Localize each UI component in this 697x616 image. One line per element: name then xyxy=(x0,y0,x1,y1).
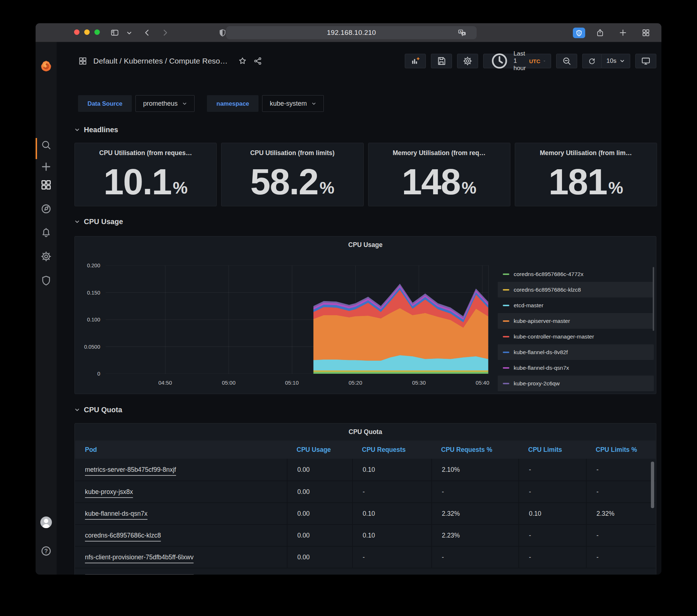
x-axis-tick: 05:20 xyxy=(339,380,372,386)
cell-cpu-requests-pct: 2.32% xyxy=(431,503,518,524)
x-axis-tick: 05:10 xyxy=(276,380,308,386)
add-panel-button[interactable] xyxy=(405,54,426,68)
cell-cpu-requests-pct: - xyxy=(431,547,518,568)
legend-item[interactable]: kube-flannel-ds-qsn7x xyxy=(498,360,654,376)
translate-icon[interactable]: A xyxy=(458,28,466,37)
back-icon[interactable] xyxy=(143,28,151,37)
stat-title[interactable]: CPU Utilisation (from reques… xyxy=(75,149,216,157)
legend-item[interactable]: kube-proxy-2c6qw xyxy=(498,376,654,391)
forward-icon[interactable] xyxy=(161,28,170,37)
alerting-bell-icon[interactable] xyxy=(40,227,52,239)
pod-link[interactable]: kube-flannel-ds-qsn7x xyxy=(85,510,147,518)
address-bar[interactable]: 192.168.10.210 A xyxy=(226,26,477,39)
explore-compass-icon[interactable] xyxy=(40,203,52,215)
cpu-usage-plot[interactable] xyxy=(106,266,489,374)
y-axis-tick: 0.150 xyxy=(75,289,100,296)
admin-shield-icon[interactable] xyxy=(40,275,52,286)
section-cpu-usage[interactable]: CPU Usage xyxy=(74,215,123,228)
avatar[interactable] xyxy=(40,516,52,528)
stat-title[interactable]: Memory Utilisation (from req… xyxy=(368,149,510,157)
column-header-cpu-limits[interactable]: CPU Limits xyxy=(518,446,586,454)
dashboard-settings-button[interactable] xyxy=(457,54,478,68)
section-headlines[interactable]: Headlines xyxy=(74,123,118,136)
minimize-window-button[interactable] xyxy=(84,29,90,35)
chart-legend: coredns-6c8957686c-4772x coredns-6c89576… xyxy=(498,266,654,391)
time-range-label: Last 1 hour xyxy=(513,50,526,72)
pod-link[interactable]: nfs-client-provisioner-75dfb4b5ff-6lxwv xyxy=(85,554,193,561)
x-axis-tick: 05:00 xyxy=(212,380,245,386)
stat-title[interactable]: CPU Utilisation (from limits) xyxy=(221,149,363,157)
dashboards-grid-icon[interactable] xyxy=(40,179,52,191)
privacy-shield-icon[interactable] xyxy=(218,28,227,37)
cell-cpu-requests: 0.10 xyxy=(352,459,431,481)
close-window-button[interactable] xyxy=(74,29,80,35)
legend-label: coredns-6c8957686c-4772x xyxy=(514,271,583,277)
zoom-out-button[interactable] xyxy=(556,54,577,68)
legend-swatch xyxy=(503,305,509,306)
x-axis-tick: 05:40 xyxy=(466,380,499,386)
time-picker-button[interactable]: Last 1 hour UTC xyxy=(483,54,551,68)
pod-link[interactable]: coredns-6c8957686c-klzc8 xyxy=(85,532,161,539)
stat-panel-mem-requests: Memory Utilisation (from req… 148% xyxy=(368,143,510,206)
legend-scrollbar[interactable] xyxy=(653,267,654,331)
panel-title[interactable]: CPU Quota xyxy=(75,428,656,436)
apps-grid-icon[interactable] xyxy=(78,56,87,66)
pod-link[interactable]: kube-proxy-jsx8x xyxy=(85,488,133,496)
grafana-logo-icon[interactable] xyxy=(40,60,53,73)
dashboard-title[interactable]: Default / Kubernetes / Compute Reso… xyxy=(93,57,228,65)
cycle-view-button[interactable] xyxy=(635,54,656,68)
create-plus-icon[interactable] xyxy=(40,161,52,173)
table-row: nfs-client-provisioner-75dfb4b5ff-6lxwv … xyxy=(75,546,656,568)
tab-overview-grid-icon[interactable] xyxy=(641,28,650,37)
legend-label: kube-apiserver-master xyxy=(514,318,570,324)
cell-cpu-usage: 0.00 xyxy=(287,547,352,568)
settings-gear-icon[interactable] xyxy=(40,251,52,262)
x-axis-tick: 04:50 xyxy=(149,380,182,386)
section-title: CPU Usage xyxy=(84,218,123,226)
dashboard-content: Default / Kubernetes / Compute Reso… xyxy=(57,42,661,575)
refresh-button[interactable] xyxy=(582,54,601,68)
table-scrollbar[interactable] xyxy=(651,462,654,508)
chevron-down-icon[interactable] xyxy=(126,30,132,36)
chevron-down-icon xyxy=(543,58,545,64)
cell-cpu-requests: 0.10 xyxy=(352,503,431,524)
column-header-pod[interactable]: Pod xyxy=(75,446,287,454)
section-title: CPU Quota xyxy=(84,406,122,414)
refresh-interval-button[interactable]: 10s xyxy=(601,54,630,68)
section-cpu-quota[interactable]: CPU Quota xyxy=(74,403,122,416)
column-header-cpu-limits-pct[interactable]: CPU Limits % xyxy=(586,446,656,454)
help-icon[interactable]: ? xyxy=(40,545,52,557)
star-icon[interactable] xyxy=(238,56,247,66)
table-body: metrics-server-85b475cf99-8nxjf 0.00 0.1… xyxy=(75,459,656,575)
legend-item[interactable]: kube-controller-manager-master xyxy=(498,329,654,344)
legend-item[interactable]: etcd-master xyxy=(498,297,654,313)
chevron-down-icon xyxy=(620,58,625,64)
legend-swatch xyxy=(503,289,509,291)
legend-item[interactable]: kube-flannel-ds-8v82f xyxy=(498,344,654,360)
share-icon[interactable] xyxy=(596,28,604,37)
panel-title[interactable]: CPU Usage xyxy=(75,241,656,249)
zoom-window-button[interactable] xyxy=(94,29,100,35)
column-header-cpu-requests-pct[interactable]: CPU Requests % xyxy=(431,446,518,454)
stat-title[interactable]: Memory Utilisation (from lim… xyxy=(515,149,657,157)
section-title: Headlines xyxy=(84,126,118,134)
legend-item[interactable]: kube-apiserver-master xyxy=(498,313,654,329)
share-alt-icon[interactable] xyxy=(253,56,262,66)
variable-select-datasource[interactable]: prometheus xyxy=(135,95,195,112)
search-icon[interactable] xyxy=(40,139,52,151)
legend-item[interactable]: coredns-6c8957686c-klzc8 xyxy=(498,282,654,297)
cpu-quota-panel: CPU Quota Pod CPU Usage CPU Requests CPU… xyxy=(74,423,656,575)
sidebar-toggle-icon[interactable] xyxy=(110,28,119,37)
pod-link[interactable]: metrics-server-85b475cf99-8nxjf xyxy=(85,466,176,474)
breadcrumb: Default / Kubernetes / Compute Reso… xyxy=(78,54,262,68)
cell-cpu-requests-pct: 2.10% xyxy=(431,459,518,481)
save-dashboard-button[interactable] xyxy=(431,54,452,68)
legend-item[interactable]: coredns-6c8957686c-4772x xyxy=(498,266,654,282)
timezone-label: UTC xyxy=(529,58,540,64)
column-header-cpu-requests[interactable]: CPU Requests xyxy=(352,446,431,454)
column-header-cpu-usage[interactable]: CPU Usage xyxy=(287,446,352,454)
variable-select-namespace[interactable]: kube-system xyxy=(262,95,324,112)
y-axis-tick: 0.200 xyxy=(75,262,100,269)
bitwarden-extension-icon[interactable] xyxy=(573,28,585,38)
new-tab-plus-icon[interactable] xyxy=(619,28,627,37)
